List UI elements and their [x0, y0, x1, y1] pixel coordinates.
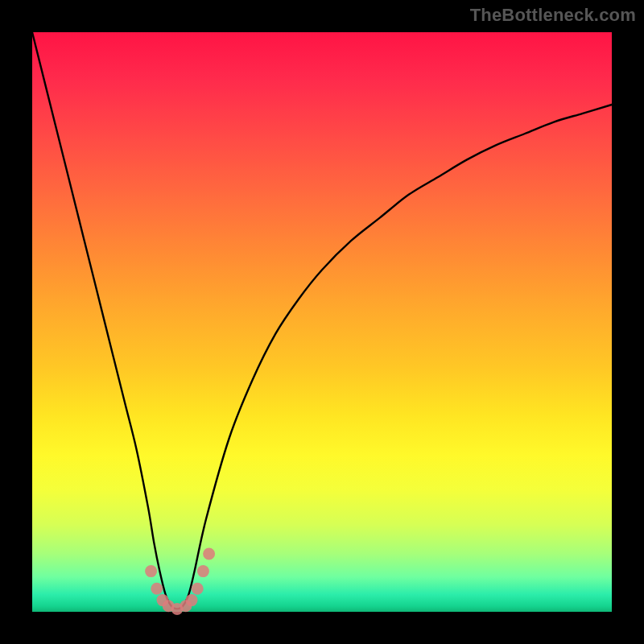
svg-point-6: [186, 594, 198, 606]
chart-frame: TheBottleneck.com: [0, 0, 644, 644]
chart-plot-area: [32, 32, 612, 612]
main-curve: [32, 32, 612, 609]
svg-point-9: [203, 548, 215, 560]
svg-point-8: [197, 565, 209, 577]
svg-point-7: [192, 583, 204, 595]
trough-dots: [145, 548, 215, 615]
watermark-text: TheBottleneck.com: [470, 5, 636, 26]
chart-svg: [32, 32, 612, 612]
svg-point-0: [145, 565, 157, 577]
svg-point-1: [151, 583, 163, 595]
